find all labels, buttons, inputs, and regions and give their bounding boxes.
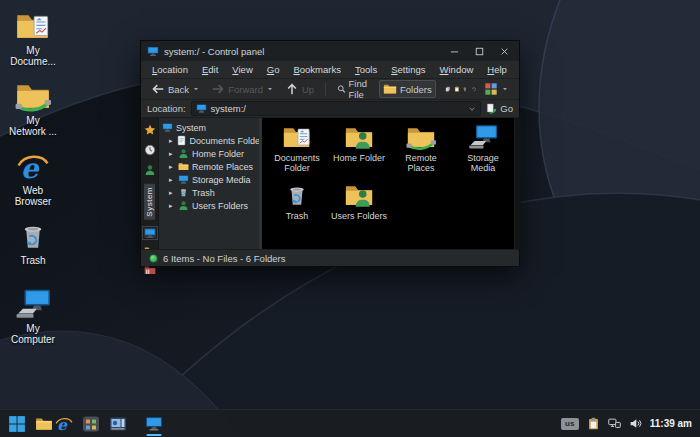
titlebar[interactable]: system:/ - Control panel (141, 41, 519, 61)
close-button[interactable] (498, 45, 511, 58)
expander-icon[interactable]: ▸ (169, 147, 175, 160)
folder-network-icon (406, 124, 436, 151)
folders-label: Folders (400, 84, 432, 95)
services-tab[interactable] (144, 265, 156, 276)
trash-icon (282, 182, 312, 209)
desktop-icon-my-documents[interactable]: MyDocume... (4, 10, 62, 67)
find-file-button[interactable]: Find File (333, 76, 376, 102)
folder-item-home-folder[interactable]: Home Folder (328, 124, 390, 182)
history-tab[interactable] (144, 144, 156, 156)
desktop-icon-trash[interactable]: Trash (4, 220, 62, 275)
menu-settings[interactable]: Settings (384, 64, 432, 75)
forward-arrow-icon (211, 82, 225, 96)
folders-toggle-button[interactable]: Folders (379, 80, 436, 98)
folder-item-users-folders[interactable]: Users Folders (328, 182, 390, 240)
menu-go[interactable]: Go (260, 64, 287, 75)
view-mode-button[interactable] (480, 80, 513, 98)
system-tab[interactable] (144, 228, 156, 239)
desktop-icon-my-computer[interactable]: MyComputer (4, 288, 62, 345)
file-manager-launcher[interactable] (35, 415, 53, 433)
menu-location[interactable]: Location (145, 64, 195, 75)
home-folder-tab[interactable] (144, 164, 156, 176)
expander-icon[interactable]: ▸ (169, 134, 173, 147)
folder-item-documents-folder[interactable]: Documents Folder (266, 124, 328, 182)
scrollbar[interactable] (514, 118, 521, 249)
tree-item-users-folders[interactable]: ▸Users Folders (162, 199, 259, 212)
search-icon (337, 82, 346, 96)
location-input[interactable]: system:/ (191, 101, 482, 116)
desktop-icon-label: WebBrowser (15, 185, 52, 207)
menu-edit[interactable]: Edit (195, 64, 225, 75)
apps-launcher[interactable] (82, 415, 100, 433)
folder-item-label: Documents Folder (268, 153, 326, 173)
forward-history-caret-icon (266, 85, 274, 93)
monitor-icon (162, 122, 173, 133)
folder-item-label: Remote Places (392, 153, 450, 173)
go-button[interactable]: Go (486, 103, 513, 114)
tree-item-home-folder[interactable]: ▸Home Folder (162, 147, 259, 160)
delete-button[interactable] (462, 82, 468, 96)
minimize-button[interactable] (448, 45, 461, 58)
keyboard-layout-badge[interactable]: us (561, 418, 579, 430)
tree-item-remote-places[interactable]: ▸Remote Places (162, 160, 259, 173)
expander-icon[interactable]: ▸ (169, 173, 175, 186)
doc-icon (176, 135, 187, 146)
browser-launcher[interactable]: e (55, 415, 73, 433)
expander-icon[interactable]: ▸ (169, 186, 175, 199)
back-history-caret-icon[interactable] (192, 85, 200, 93)
up-arrow-icon (285, 82, 299, 96)
paste-button[interactable] (454, 82, 460, 96)
tree-root-label: System (176, 123, 206, 133)
forward-button[interactable]: Forward (207, 80, 278, 98)
folder-user-icon (344, 124, 374, 151)
clipboard-tray-icon[interactable] (587, 417, 600, 430)
tree-item-trash[interactable]: ▸Trash (162, 186, 259, 199)
folder-item-remote-places[interactable]: Remote Places (390, 124, 452, 182)
folder-icon (178, 161, 189, 172)
tree-item-label: Trash (192, 188, 215, 198)
file-manager-window: system:/ - Control panel LocationEditVie… (140, 40, 520, 267)
menu-help[interactable]: Help (480, 64, 514, 75)
desktop-icons: MyDocume...MyNetwork ...eWebBrowserTrash… (4, 10, 62, 358)
system-tab-label[interactable]: System (144, 184, 155, 220)
desktop-icon-label: MyDocume... (10, 45, 56, 67)
tree-item-label: Home Folder (192, 149, 244, 159)
copy-button[interactable] (445, 82, 451, 96)
tree-item-label: Documents Folder (190, 136, 259, 146)
back-button[interactable]: Back (147, 80, 204, 98)
location-bar: Location: system:/ Go (141, 100, 519, 118)
location-dropdown-icon[interactable] (468, 105, 476, 113)
desktop-icon-label: MyNetwork ... (9, 115, 57, 137)
clock[interactable]: 11:39 am (650, 418, 692, 429)
tree-root-system[interactable]: System (162, 121, 259, 134)
undo-button[interactable] (471, 82, 477, 96)
start-button[interactable] (8, 415, 26, 433)
system-monitor-launcher[interactable] (109, 415, 127, 433)
folder-tree: System▸Documents Folder▸Home Folder▸Remo… (159, 118, 259, 249)
expander-icon[interactable]: ▸ (169, 199, 175, 212)
taskbar: e us 11:39 am (0, 409, 700, 437)
menu-window[interactable]: Window (433, 64, 481, 75)
tree-item-documents-folder[interactable]: ▸Documents Folder (162, 134, 259, 147)
expander-icon[interactable]: ▸ (169, 160, 175, 173)
bookmarks-tab[interactable] (144, 124, 156, 136)
view-mode-caret-icon (501, 85, 509, 93)
menu-tools[interactable]: Tools (348, 64, 384, 75)
up-button[interactable]: Up (281, 80, 318, 98)
folder-item-label: Users Folders (331, 211, 387, 221)
location-value[interactable]: system:/ (211, 103, 465, 114)
folder-item-storage-media[interactable]: Storage Media (452, 124, 514, 182)
tree-item-storage-media[interactable]: ▸Storage Media (162, 173, 259, 186)
folder-documents-icon (15, 10, 51, 43)
menu-view[interactable]: View (225, 64, 259, 75)
task-control-panel[interactable] (142, 410, 166, 437)
desktop-icon-web-browser[interactable]: eWebBrowser (4, 150, 62, 207)
desktop-icon-my-network-places[interactable]: MyNetwork ... (4, 80, 62, 137)
maximize-button[interactable] (473, 45, 486, 58)
up-label: Up (302, 84, 314, 95)
menu-bookmarks[interactable]: Bookmarks (286, 64, 348, 75)
icon-view-icon (484, 82, 498, 96)
network-tray-icon[interactable] (608, 417, 621, 430)
volume-tray-icon[interactable] (629, 417, 642, 430)
folder-item-trash[interactable]: Trash (266, 182, 328, 240)
